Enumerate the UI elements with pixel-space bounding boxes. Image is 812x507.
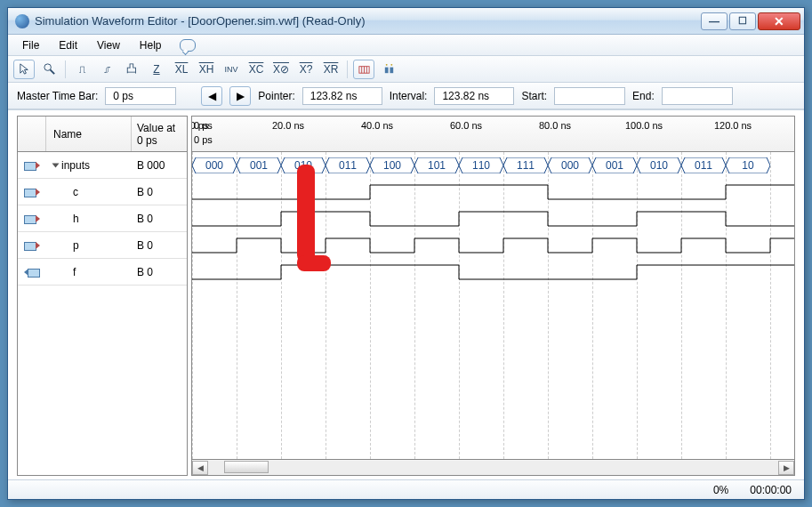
content-area: Name Value at 0 ps inputsB 000cB 0hB 0pB… <box>8 109 804 479</box>
end-label: End: <box>632 90 655 102</box>
svg-point-9 <box>390 64 392 66</box>
output-pin-icon <box>24 267 40 278</box>
input-pin-icon <box>24 213 40 224</box>
pointer-value: 123.82 ns <box>302 87 382 105</box>
signal-row[interactable]: hB 0 <box>18 205 187 232</box>
bus-value-cell: 001 <box>237 157 281 173</box>
close-button[interactable]: ✕ <box>758 12 800 30</box>
help-bubble-icon[interactable] <box>180 39 196 52</box>
ruler-tick: 80.0 ns <box>539 120 571 131</box>
signal-name: c <box>73 186 78 198</box>
master-timebar-label: Master Time Bar: <box>17 90 98 102</box>
app-window: Simulation Waveform Editor - [DoorOpener… <box>7 7 805 500</box>
menu-file[interactable]: File <box>13 36 48 54</box>
bus-value-cell: 011 <box>326 157 370 173</box>
scroll-track[interactable] <box>208 461 778 475</box>
statusbar: 0% 00:00:00 <box>8 479 804 499</box>
force-weak-low-button[interactable]: XL <box>171 60 192 79</box>
value-column-header[interactable]: Value at 0 ps <box>132 117 187 151</box>
svg-rect-7 <box>390 68 393 74</box>
menubar: File Edit View Help <box>8 35 804 56</box>
force-low-button[interactable]: ⎍ <box>71 60 92 79</box>
wave-row-h <box>192 205 794 232</box>
interval-value: 123.82 ns <box>434 87 514 105</box>
signal-value: B 000 <box>132 159 187 172</box>
scroll-thumb[interactable] <box>224 461 269 473</box>
ruler-marker: 0 ps <box>194 134 213 145</box>
count-button[interactable]: XC <box>245 60 267 79</box>
overwrite-clock-button[interactable]: X⊘ <box>270 60 292 79</box>
signal-name: h <box>73 213 79 225</box>
input-pin-icon <box>24 240 40 251</box>
signal-value: B 0 <box>132 213 187 225</box>
bus-value-cell: 10 <box>726 157 770 173</box>
scroll-left-button[interactable]: ◀ <box>192 461 208 475</box>
menu-edit[interactable]: Edit <box>50 36 86 54</box>
toolbar-separator <box>65 60 66 78</box>
svg-rect-6 <box>384 68 388 74</box>
signal-value: B 0 <box>132 266 187 278</box>
expand-icon[interactable] <box>52 163 60 167</box>
pointer-label: Pointer: <box>258 90 294 102</box>
force-z-button[interactable]: Z <box>146 60 167 79</box>
start-value[interactable] <box>554 87 625 105</box>
arbitrary-button[interactable]: X? <box>295 60 317 79</box>
pointer-tool-button[interactable] <box>13 60 35 79</box>
bus-value-cell: 101 <box>414 157 459 173</box>
run-simulation-button[interactable] <box>378 60 399 79</box>
menu-view[interactable]: View <box>88 36 129 54</box>
ruler-tick: 100.0 ns <box>625 120 663 131</box>
signal-name: inputs <box>61 159 90 172</box>
signal-row[interactable]: fB 0 <box>18 259 187 286</box>
name-column-header[interactable]: Name <box>46 117 132 151</box>
ruler-tick: 20.0 ns <box>272 120 304 131</box>
waveform-area[interactable]: 00000101001110010111011100000101001110 <box>192 152 794 459</box>
bus-value-cell: 010 <box>637 157 681 173</box>
signal-row[interactable]: cB 0 <box>18 179 187 205</box>
minimize-button[interactable]: — <box>701 12 728 30</box>
signal-list-header: Name Value at 0 ps <box>18 117 187 152</box>
zoom-tool-button[interactable] <box>38 60 60 79</box>
titlebar[interactable]: Simulation Waveform Editor - [DoorOpener… <box>8 8 804 35</box>
svg-point-8 <box>385 64 387 66</box>
signal-rows: inputsB 000cB 0hB 0pB 0fB 0 <box>18 152 187 286</box>
snap-grid-button[interactable] <box>353 60 374 79</box>
master-timebar-value[interactable]: 0 ps <box>105 87 176 105</box>
waveform-panel: 0 ps 0 ps 0 ps20.0 ns40.0 ns60.0 ns80.0 … <box>191 116 795 476</box>
scroll-right-button[interactable]: ▶ <box>778 461 794 475</box>
timebar: Master Time Bar: 0 ps ◀ ▶ Pointer: 123.8… <box>8 83 804 109</box>
window-buttons: — ☐ ✕ <box>701 12 800 30</box>
random-button[interactable]: XR <box>320 60 342 79</box>
status-percent: 0% <box>713 484 728 496</box>
invert-button[interactable]: INV <box>221 60 242 79</box>
window-title: Simulation Waveform Editor - [DoorOpener… <box>35 14 701 28</box>
force-unknown-button[interactable]: 凸 <box>121 60 142 79</box>
horizontal-scrollbar[interactable]: ◀ ▶ <box>192 459 794 475</box>
timebar-prev-button[interactable]: ◀ <box>201 86 222 106</box>
force-weak-high-button[interactable]: XH <box>196 60 217 79</box>
ruler-tick: 0 ps <box>191 120 208 131</box>
toolbar: ⎍ ⎎ 凸 Z XL XH INV XC X⊘ X? XR <box>8 56 804 83</box>
bus-value-cell: 100 <box>370 157 414 173</box>
wave-row-p <box>192 232 794 259</box>
ruler-tick: 40.0 ns <box>361 120 393 131</box>
bus-value-cell: 011 <box>681 157 726 173</box>
end-value[interactable] <box>662 87 733 105</box>
timebar-next-button[interactable]: ▶ <box>229 86 251 106</box>
menu-help[interactable]: Help <box>131 36 171 54</box>
time-ruler[interactable]: 0 ps 0 ps 0 ps20.0 ns40.0 ns60.0 ns80.0 … <box>192 117 794 152</box>
force-high-button[interactable]: ⎎ <box>96 60 117 79</box>
bus-value-cell: 010 <box>281 157 326 173</box>
bus-value-cell: 001 <box>592 157 637 173</box>
signal-value: B 0 <box>132 239 187 252</box>
wave-row-f <box>192 259 794 286</box>
signal-row[interactable]: pB 0 <box>18 232 187 259</box>
signal-list-panel: Name Value at 0 ps inputsB 000cB 0hB 0pB… <box>17 116 188 476</box>
signal-row[interactable]: inputsB 000 <box>18 152 187 179</box>
bus-value-cell: 111 <box>503 157 548 173</box>
maximize-button[interactable]: ☐ <box>729 12 756 30</box>
status-time: 00:00:00 <box>750 484 792 496</box>
interval-label: Interval: <box>390 90 428 102</box>
signal-value: B 0 <box>132 186 187 198</box>
input-pin-icon <box>24 187 40 197</box>
